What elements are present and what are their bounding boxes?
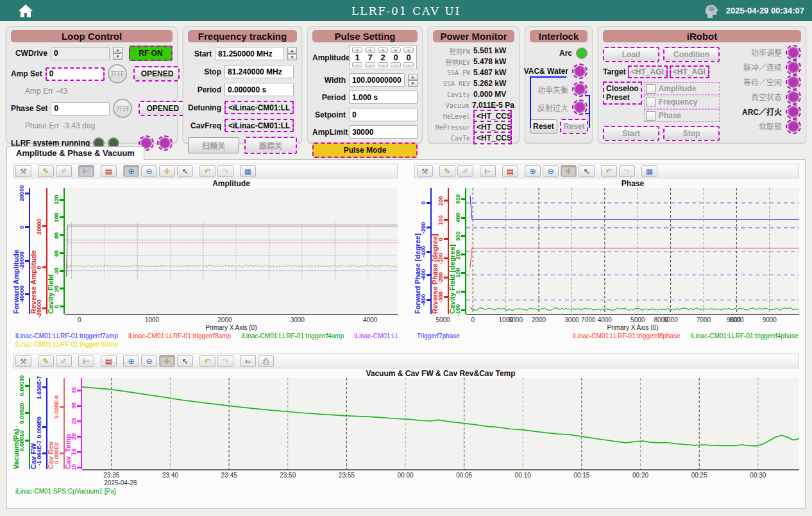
amplitude-digit-2[interactable]: +2− bbox=[378, 47, 388, 67]
irobot-stop-button[interactable]: Stop bbox=[663, 126, 720, 141]
pointer-button[interactable]: ↖ bbox=[579, 165, 595, 177]
axes-button[interactable]: ⊢ bbox=[78, 165, 94, 177]
amplimit-input[interactable] bbox=[349, 125, 418, 139]
irobot-load-button[interactable]: Load bbox=[603, 47, 659, 62]
phase-checkbox[interactable] bbox=[646, 111, 656, 121]
stacked-chart-button[interactable]: ▤ bbox=[502, 165, 518, 177]
irobot-led bbox=[786, 60, 801, 75]
remove-annotation-button[interactable]: ✐ bbox=[56, 355, 72, 367]
digit-decrement-button[interactable]: − bbox=[403, 62, 414, 67]
digit-increment-button[interactable]: + bbox=[378, 47, 388, 53]
pan-button[interactable]: ✛ bbox=[561, 165, 577, 177]
detuning-input[interactable] bbox=[224, 101, 294, 114]
rf-on-button[interactable]: RF ON bbox=[129, 46, 173, 61]
amplitude-digit-spinner[interactable]: +1−+7−+2−+0−+0− bbox=[349, 46, 417, 69]
zoom-out-button[interactable]: ⊖ bbox=[543, 165, 559, 177]
digit-increment-button[interactable]: + bbox=[365, 47, 375, 53]
width-input[interactable] bbox=[349, 73, 405, 87]
amp-open-loop-button[interactable]: 开环 bbox=[108, 64, 127, 83]
y-tick-label: 0.000E0 bbox=[53, 442, 60, 464]
start-spinner[interactable]: ▲▼ bbox=[287, 47, 297, 60]
start-input[interactable] bbox=[215, 47, 284, 60]
stacked-chart-button[interactable]: ▤ bbox=[101, 355, 117, 367]
axes-button[interactable]: ⊢ bbox=[78, 355, 94, 367]
target-value-2[interactable]: <HT_AGI_ bbox=[670, 65, 709, 78]
configure-button[interactable]: ⚒ bbox=[15, 355, 31, 367]
redo-button[interactable]: ↷ bbox=[619, 165, 635, 177]
undo-icon: ↶ bbox=[605, 167, 612, 176]
print-button[interactable]: ⎙ bbox=[258, 355, 274, 367]
vacuum-plot[interactable] bbox=[82, 378, 799, 469]
snapshot-button[interactable]: ▦ bbox=[240, 165, 256, 177]
cwdrive-spinner[interactable]: ▲▼ bbox=[113, 47, 123, 60]
pan-button[interactable]: ✛ bbox=[159, 165, 175, 177]
zoom-out-button[interactable]: ⊖ bbox=[141, 165, 157, 177]
digit-decrement-button[interactable]: − bbox=[352, 62, 362, 67]
stacked-chart-button[interactable]: ▤ bbox=[101, 165, 117, 177]
undo-button[interactable]: ↶ bbox=[601, 165, 617, 177]
redo-button[interactable]: ↷ bbox=[217, 165, 233, 177]
cavfreq-input[interactable] bbox=[224, 119, 294, 132]
irobot-condition-button[interactable]: Condition bbox=[663, 47, 720, 62]
amplitude-digit-4[interactable]: +0− bbox=[403, 47, 414, 67]
frequency-checkbox[interactable] bbox=[646, 98, 656, 107]
stop-input[interactable] bbox=[224, 65, 294, 78]
digit-decrement-button[interactable]: − bbox=[391, 62, 401, 67]
checkbox-row-amplitude[interactable]: Amplitude bbox=[644, 82, 720, 95]
zoom-out-button[interactable]: ⊖ bbox=[141, 355, 157, 367]
amplitude-checkbox[interactable] bbox=[646, 84, 656, 94]
amplitude-digit-3[interactable]: +0− bbox=[391, 47, 401, 67]
amp-set-input[interactable] bbox=[46, 67, 105, 81]
amplitude-plot[interactable] bbox=[65, 188, 398, 314]
phase-opened-button[interactable]: OPENED bbox=[139, 101, 185, 116]
home-button[interactable] bbox=[18, 4, 33, 18]
checkbox-row-frequency[interactable]: Frequency bbox=[644, 96, 720, 108]
digit-increment-button[interactable]: + bbox=[391, 47, 401, 53]
pointer-button[interactable]: ↖ bbox=[177, 355, 193, 367]
zoom-in-button[interactable]: ⊕ bbox=[123, 355, 139, 367]
phase-set-input[interactable] bbox=[51, 102, 110, 116]
brain-icon[interactable] bbox=[704, 3, 720, 19]
remove-annotation-button[interactable]: ✐ bbox=[56, 165, 72, 177]
phase-plot[interactable] bbox=[466, 188, 799, 314]
period-input[interactable] bbox=[349, 90, 418, 104]
add-annotation-button[interactable]: ✎ bbox=[38, 165, 54, 177]
digit-decrement-button[interactable]: − bbox=[365, 62, 375, 67]
redo-button[interactable]: ↷ bbox=[217, 355, 233, 367]
target-value-1[interactable]: <HT_AGI_ bbox=[628, 65, 668, 78]
pan-button[interactable]: ✛ bbox=[159, 355, 175, 367]
digit-increment-button[interactable]: + bbox=[352, 47, 362, 53]
period-input[interactable] bbox=[224, 83, 294, 96]
zoom-in-button[interactable]: ⊕ bbox=[123, 165, 139, 177]
phase-open-loop-button[interactable]: 开环 bbox=[113, 99, 132, 118]
remove-annotation-button[interactable]: ✐ bbox=[457, 165, 473, 177]
zoom-in-button[interactable]: ⊕ bbox=[525, 165, 541, 177]
interlock-reset-button[interactable]: Reset bbox=[530, 119, 557, 133]
panel-interlock: Interlock ArcVAC& Water功率失衡反射过大 Reset Re… bbox=[525, 26, 593, 143]
panel-pulse-setting: Pulse Setting Amplitude +1−+7−+2−+0−+0− … bbox=[307, 26, 423, 143]
closeloop-preset-label: Closeloo Preset bbox=[603, 82, 642, 105]
add-annotation-button[interactable]: ✎ bbox=[439, 165, 455, 177]
axes-button[interactable]: ⊢ bbox=[480, 165, 496, 177]
interlock-reset2-button[interactable]: Reset bbox=[560, 119, 589, 134]
snapshot-button[interactable]: ▦ bbox=[641, 165, 657, 177]
configure-button[interactable]: ⚒ bbox=[15, 165, 31, 177]
amp-opened-button[interactable]: OPENED bbox=[133, 66, 180, 82]
setpoint-input[interactable] bbox=[349, 108, 418, 121]
cwdrive-input[interactable] bbox=[51, 47, 110, 60]
checkbox-row-phase[interactable]: Phase bbox=[644, 109, 720, 122]
digit-decrement-button[interactable]: − bbox=[378, 62, 388, 67]
undo-button[interactable]: ↶ bbox=[199, 355, 216, 367]
undo-button[interactable]: ↶ bbox=[199, 165, 216, 177]
width-spinner[interactable]: ▲▼ bbox=[408, 74, 418, 87]
amp-err-label: Amp Err bbox=[25, 87, 53, 96]
digit-increment-button[interactable]: + bbox=[403, 47, 414, 53]
add-annotation-button[interactable]: ✎ bbox=[38, 355, 54, 367]
export-image-button[interactable]: ⇐ bbox=[240, 355, 256, 367]
pointer-button[interactable]: ↖ bbox=[177, 165, 193, 177]
amplitude-digit-1[interactable]: +7− bbox=[365, 47, 375, 67]
irobot-start-button[interactable]: Start bbox=[603, 126, 659, 141]
configure-button[interactable]: ⚒ bbox=[417, 165, 433, 177]
tab-amplitude-phase-vacuum[interactable]: Amplitude & Phase & Vacuum bbox=[6, 146, 144, 160]
amplitude-digit-0[interactable]: +1− bbox=[352, 47, 362, 67]
